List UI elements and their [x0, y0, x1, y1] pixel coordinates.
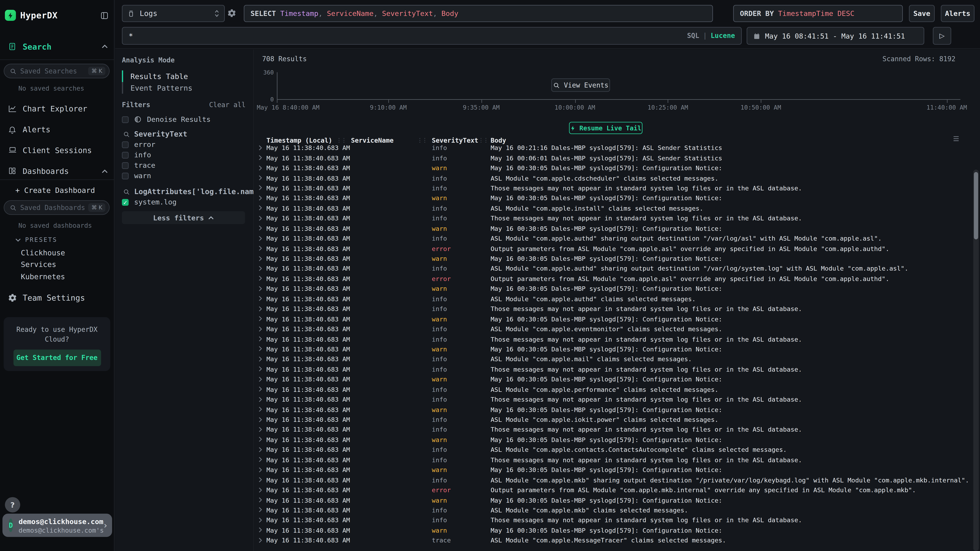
row-expand-chevron-icon[interactable]	[255, 316, 264, 321]
table-row[interactable]: May 16 11:38:40.683 AMinfoASL Module "co…	[255, 354, 971, 364]
select-clause-input[interactable]: SELECT Timestamp, ServiceName, SeverityT…	[244, 5, 713, 22]
drag-handle-icon[interactable]: ⋮⋮	[336, 137, 346, 143]
sidebar-item-alerts[interactable]: Alerts	[7, 119, 108, 140]
resume-live-tail-button[interactable]: Resume Live Tail	[569, 122, 643, 134]
run-query-button[interactable]: ▷	[933, 27, 951, 45]
row-expand-chevron-icon[interactable]	[255, 356, 264, 362]
help-button[interactable]: ?	[5, 497, 20, 513]
table-row[interactable]: May 16 11:38:40.683 AMwarnMay 16 00:30:0…	[255, 344, 971, 354]
row-expand-chevron-icon[interactable]	[255, 266, 264, 271]
presets-toggle[interactable]: PRESETS	[15, 236, 57, 243]
preset-item-kubernetes[interactable]: Kubernetes	[21, 271, 65, 283]
table-row[interactable]: May 16 11:38:40.683 AMwarnMay 16 00:30:0…	[255, 404, 971, 414]
row-expand-chevron-icon[interactable]	[255, 537, 264, 543]
sidebar-item-team-settings[interactable]: Team Settings	[7, 291, 108, 304]
view-events-button[interactable]: View Events	[551, 78, 610, 92]
row-expand-chevron-icon[interactable]	[255, 497, 264, 503]
drag-handle-icon[interactable]: ⋮⋮	[417, 137, 427, 143]
scrollbar[interactable]	[973, 170, 979, 551]
source-settings-gear-icon[interactable]	[227, 9, 236, 18]
row-expand-chevron-icon[interactable]	[255, 467, 264, 472]
row-expand-chevron-icon[interactable]	[255, 205, 264, 211]
table-row[interactable]: May 16 11:38:40.683 AMinfoASL Module "co…	[255, 264, 971, 273]
table-row[interactable]: May 16 11:38:40.683 AMinfoThose messages…	[255, 364, 971, 374]
table-row[interactable]: May 16 11:38:40.683 AMinfoASL Module "co…	[255, 324, 971, 334]
checkbox[interactable]	[122, 141, 129, 148]
row-expand-chevron-icon[interactable]	[255, 145, 264, 151]
row-expand-chevron-icon[interactable]	[255, 185, 264, 191]
source-select[interactable]: Logs	[122, 5, 225, 22]
row-expand-chevron-icon[interactable]	[255, 286, 264, 291]
table-row[interactable]: May 16 11:38:40.683 AMwarnMay 16 00:30:0…	[255, 525, 971, 535]
less-filters-button[interactable]: Less filters	[122, 211, 245, 224]
table-row[interactable]: May 16 11:38:40.683 AMinfoThose messages…	[255, 515, 971, 525]
table-row[interactable]: May 16 11:38:40.683 AMerrorOutput parame…	[255, 243, 971, 253]
row-expand-chevron-icon[interactable]	[255, 336, 264, 341]
sidebar-item-client-sessions[interactable]: Client Sessions	[7, 140, 108, 160]
table-row[interactable]: May 16 11:38:40.683 AMerrorOutput parame…	[255, 273, 971, 283]
table-row[interactable]: May 16 11:38:40.683 AMinfoThose messages…	[255, 455, 971, 465]
row-expand-chevron-icon[interactable]	[255, 517, 264, 523]
checkbox[interactable]	[122, 172, 129, 179]
clear-all-button[interactable]: Clear all	[209, 101, 246, 109]
table-row[interactable]: May 16 11:38:40.683 AMinfoASL Module "co…	[255, 233, 971, 243]
alerts-button[interactable]: Alerts	[941, 5, 975, 22]
row-expand-chevron-icon[interactable]	[255, 235, 264, 241]
row-expand-chevron-icon[interactable]	[255, 507, 264, 513]
table-row[interactable]: May 16 11:38:40.683 AMinfoASL Module "co…	[255, 294, 971, 304]
lucene-toggle[interactable]: Lucene	[711, 32, 735, 40]
sidebar-item-dashboards[interactable]: Dashboards	[7, 160, 108, 181]
table-row[interactable]: May 16 11:38:40.683 AMwarnMay 16 00:30:0…	[255, 193, 971, 203]
table-row[interactable]: May 16 11:38:40.683 AMwarnMay 16 00:30:0…	[255, 223, 971, 233]
table-row[interactable]: May 16 11:38:40.683 AMinfoASL Module "co…	[255, 414, 971, 424]
row-expand-chevron-icon[interactable]	[255, 326, 264, 332]
row-expand-chevron-icon[interactable]	[255, 175, 264, 181]
sidebar-collapse-icon[interactable]	[100, 11, 109, 20]
sidebar-item-search[interactable]: Search	[7, 40, 108, 52]
date-range-picker[interactable]: May 16 08:41:51 - May 16 11:41:51	[747, 27, 924, 45]
row-expand-chevron-icon[interactable]	[255, 386, 264, 392]
row-expand-chevron-icon[interactable]	[255, 366, 264, 372]
denoise-filter[interactable]: Denoise Results	[122, 115, 249, 124]
table-row[interactable]: May 16 11:38:40.683 AMwarnMay 16 00:30:0…	[255, 465, 971, 475]
user-menu[interactable]: D demos@clickhouse.com demos@clickhouse.…	[2, 514, 112, 537]
row-expand-chevron-icon[interactable]	[255, 447, 264, 453]
severity-option-info[interactable]: info	[122, 151, 249, 159]
table-row[interactable]: May 16 11:38:40.683 AMinfoThose messages…	[255, 334, 971, 344]
row-expand-chevron-icon[interactable]	[255, 407, 264, 412]
table-row[interactable]: May 16 11:38:40.683 AMinfoASL Module "co…	[255, 384, 971, 394]
table-row[interactable]: May 16 11:38:40.683 AMwarnMay 16 00:30:0…	[255, 314, 971, 324]
row-expand-chevron-icon[interactable]	[255, 215, 264, 221]
row-expand-chevron-icon[interactable]	[255, 306, 264, 311]
sidebar-item-chart-explorer[interactable]: Chart Explorer	[7, 98, 108, 119]
severity-option-warn[interactable]: warn	[122, 171, 249, 180]
table-row[interactable]: May 16 11:38:40.683 AMwarnMay 16 00:30:0…	[255, 283, 971, 294]
table-row[interactable]: May 16 11:38:40.683 AMinfoASL Module "co…	[255, 445, 971, 454]
table-row[interactable]: May 16 11:38:40.683 AMinfoThose messages…	[255, 394, 971, 404]
denoise-checkbox[interactable]	[122, 116, 129, 123]
row-expand-chevron-icon[interactable]	[255, 487, 264, 493]
table-row[interactable]: May 16 11:38:40.683 AMinfoASL Module "co…	[255, 475, 971, 485]
order-by-input[interactable]: ORDER BY TimestampTime DESC	[733, 5, 903, 22]
table-row[interactable]: May 16 11:38:40.683 AMinfoASL Module "co…	[255, 505, 971, 515]
drag-handle-icon[interactable]: ⋮⋮	[478, 137, 488, 143]
sql-toggle[interactable]: SQL	[687, 32, 699, 40]
saved-dashboards-input[interactable]: Saved Dashboards ⌘ K	[4, 200, 110, 215]
column-options-icon[interactable]	[953, 136, 959, 141]
table-row[interactable]: May 16 11:38:40.683 AMwarnMay 16 00:30:0…	[255, 495, 971, 505]
analysis-mode-tab-results-table[interactable]: Results Table	[122, 70, 192, 82]
table-row[interactable]: May 16 11:38:40.683 AMwarnMay 16 00:30:0…	[255, 163, 971, 173]
table-row[interactable]: May 16 11:38:40.683 AMinfoMay 16 00:06:0…	[255, 152, 971, 163]
severity-option-error[interactable]: error	[122, 140, 249, 149]
row-expand-chevron-icon[interactable]	[255, 427, 264, 432]
table-row[interactable]: May 16 11:38:40.683 AMinfoASL Module "co…	[255, 203, 971, 213]
table-row[interactable]: May 16 11:38:40.683 AMtraceASL Module "c…	[255, 535, 971, 545]
row-expand-chevron-icon[interactable]	[255, 477, 264, 483]
preset-item-clickhouse[interactable]: Clickhouse	[21, 247, 65, 259]
row-expand-chevron-icon[interactable]	[255, 256, 264, 261]
save-button[interactable]: Save	[909, 5, 935, 22]
table-row[interactable]: May 16 11:38:40.683 AMerrorOutput parame…	[255, 485, 971, 495]
saved-searches-input[interactable]: Saved Searches ⌘ K	[4, 64, 110, 78]
table-row[interactable]: May 16 11:38:40.683 AMwarnMay 16 00:30:0…	[255, 435, 971, 445]
row-expand-chevron-icon[interactable]	[255, 165, 264, 171]
